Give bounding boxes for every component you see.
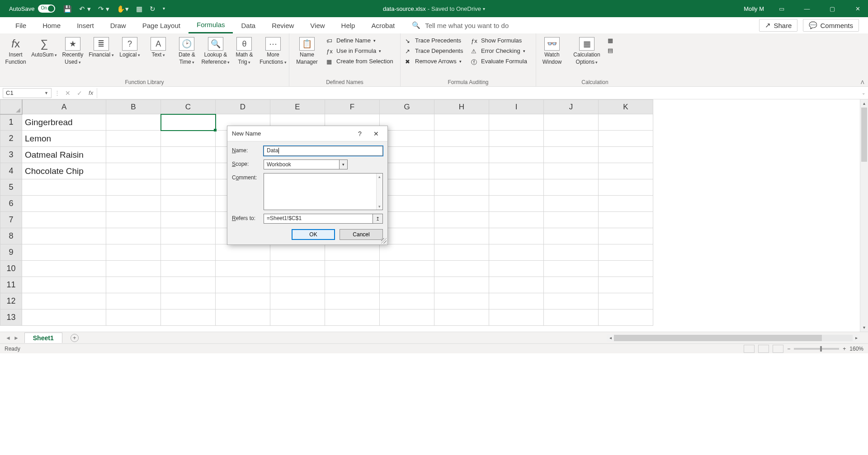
calculate-sheet-button[interactable]: ▤: [606, 46, 617, 54]
cell-I1[interactable]: [489, 114, 544, 131]
sheet-tab-sheet1[interactable]: Sheet1: [24, 333, 62, 343]
tab-draw[interactable]: Draw: [102, 17, 134, 33]
cell-A2[interactable]: Lemon: [22, 131, 106, 147]
minimize-button[interactable]: —: [797, 0, 817, 17]
scope-dropdown-icon[interactable]: ▾: [340, 159, 348, 169]
scope-select[interactable]: Workbook: [264, 159, 340, 169]
select-all-corner[interactable]: [0, 100, 22, 114]
use-in-formula-button[interactable]: ƒxUse in Formula ▾: [325, 47, 395, 55]
save-icon[interactable]: 💾: [63, 5, 72, 12]
page-layout-view-button[interactable]: [758, 345, 769, 353]
close-button[interactable]: ✕: [847, 0, 868, 17]
row-header-11[interactable]: 11: [0, 277, 22, 293]
comments-button[interactable]: 💬 Comments: [803, 19, 859, 32]
error-checking-button[interactable]: ⚠Error Checking ▾: [469, 47, 533, 55]
column-header-B[interactable]: B: [106, 100, 161, 114]
row-header-1[interactable]: 1: [0, 114, 22, 131]
autosave-toggle[interactable]: AutoSave On: [9, 5, 55, 13]
column-header-I[interactable]: I: [489, 100, 544, 114]
page-break-view-button[interactable]: [773, 345, 783, 353]
sheet-prev-icon[interactable]: ◄: [5, 335, 11, 341]
name-box[interactable]: C1 ▼: [3, 88, 52, 98]
tab-view[interactable]: View: [302, 17, 333, 33]
create-from-selection-button[interactable]: ▦Create from Selection: [325, 57, 395, 66]
undo-icon[interactable]: ↶ ▾: [79, 5, 90, 12]
cancel-icon[interactable]: ✕: [65, 89, 71, 97]
column-header-H[interactable]: H: [434, 100, 489, 114]
scroll-up-icon[interactable]: ▴: [378, 174, 381, 179]
column-header-F[interactable]: F: [325, 100, 380, 114]
column-header-A[interactable]: A: [22, 100, 106, 114]
maximize-button[interactable]: ▢: [822, 0, 843, 17]
row-header-6[interactable]: 6: [0, 196, 22, 212]
cell-H1[interactable]: [434, 114, 489, 131]
comment-scrollbar[interactable]: ▴▾: [376, 174, 382, 210]
document-title[interactable]: data-source.xlsx - Saved to OneDrive ▾: [383, 5, 485, 12]
dialog-close-button[interactable]: ✕: [369, 128, 383, 140]
ribbon-options-icon[interactable]: ▭: [771, 0, 792, 17]
trace-precedents-button[interactable]: ↘Trace Precedents: [403, 36, 467, 45]
column-header-D[interactable]: D: [216, 100, 270, 114]
collapse-ribbon-icon[interactable]: ᐱ: [861, 80, 864, 85]
dropdown-icon[interactable]: ▾: [483, 6, 485, 11]
scroll-down-icon[interactable]: ▾: [860, 324, 868, 332]
zoom-out-button[interactable]: −: [787, 346, 790, 352]
watch-window-button[interactable]: 👓 WatchWindow: [539, 35, 565, 86]
sheet-next-icon[interactable]: ►: [14, 335, 19, 341]
touch-mode-icon[interactable]: ✋▾: [117, 5, 129, 12]
column-header-K[interactable]: K: [599, 100, 653, 114]
enter-icon[interactable]: ✓: [77, 89, 82, 97]
calculate-now-button[interactable]: ▦: [606, 36, 617, 44]
expand-formula-bar-icon[interactable]: ⌄: [859, 90, 868, 95]
row-header-8[interactable]: 8: [0, 228, 22, 244]
cell-K1[interactable]: [599, 114, 653, 131]
zoom-slider[interactable]: [794, 348, 839, 350]
fx-icon[interactable]: fx: [89, 89, 93, 96]
toggle-switch[interactable]: On: [38, 5, 55, 13]
show-formulas-button[interactable]: ƒxShow Formulas: [469, 36, 533, 45]
row-header-4[interactable]: 4: [0, 163, 22, 179]
column-header-G[interactable]: G: [380, 100, 434, 114]
cell-A1[interactable]: Gingerbread: [22, 114, 106, 131]
row-header-13[interactable]: 13: [0, 310, 22, 326]
scroll-thumb[interactable]: [861, 108, 867, 162]
tab-help[interactable]: Help: [333, 17, 363, 33]
tab-page-layout[interactable]: Page Layout: [134, 17, 189, 33]
scroll-left-icon[interactable]: ◂: [607, 335, 614, 340]
tab-file[interactable]: File: [7, 17, 34, 33]
horizontal-scrollbar[interactable]: ◂ ▸: [607, 334, 860, 342]
remove-arrows-button[interactable]: ✖Remove Arrows ▾: [403, 57, 467, 66]
tell-me-search[interactable]: 🔍 Tell me what you want to do: [412, 21, 509, 29]
ok-button[interactable]: OK: [292, 229, 335, 240]
row-header-10[interactable]: 10: [0, 261, 22, 277]
refresh-icon[interactable]: ↻: [150, 5, 156, 12]
tab-insert[interactable]: Insert: [69, 17, 102, 33]
dialog-title-bar[interactable]: New Name ? ✕: [227, 126, 387, 141]
tab-formulas[interactable]: Formulas: [189, 17, 233, 33]
tab-acrobat[interactable]: Acrobat: [363, 17, 403, 33]
refers-to-input[interactable]: =Sheet1!$C$1: [264, 214, 373, 224]
trace-dependents-button[interactable]: ↗Trace Dependents: [403, 47, 467, 55]
user-name[interactable]: Molly M: [744, 5, 764, 12]
row-header-5[interactable]: 5: [0, 179, 22, 196]
zoom-level[interactable]: 160%: [849, 346, 863, 352]
redo-icon[interactable]: ↷ ▾: [98, 5, 109, 12]
cell-A4[interactable]: Chocolate Chip: [22, 163, 106, 179]
vertical-scrollbar[interactable]: ▴ ▾: [860, 99, 868, 332]
cell-B1[interactable]: [106, 114, 161, 131]
cell-J1[interactable]: [544, 114, 599, 131]
dialog-help-button[interactable]: ?: [353, 128, 367, 140]
formula-input[interactable]: [97, 88, 859, 98]
qat-dropdown-icon[interactable]: ▾: [163, 6, 165, 11]
row-header-7[interactable]: 7: [0, 212, 22, 228]
hscroll-thumb[interactable]: [614, 335, 822, 341]
scroll-down-icon[interactable]: ▾: [378, 204, 381, 209]
tab-home[interactable]: Home: [34, 17, 69, 33]
scroll-up-icon[interactable]: ▴: [860, 99, 868, 108]
define-name-button[interactable]: 🏷Define Name ▾: [325, 36, 395, 45]
share-button[interactable]: ↗ Share: [759, 19, 797, 32]
zoom-in-button[interactable]: +: [843, 346, 846, 352]
row-header-12[interactable]: 12: [0, 293, 22, 310]
cell-A3[interactable]: Oatmeal Raisin: [22, 147, 106, 163]
add-sheet-button[interactable]: +: [71, 334, 79, 342]
